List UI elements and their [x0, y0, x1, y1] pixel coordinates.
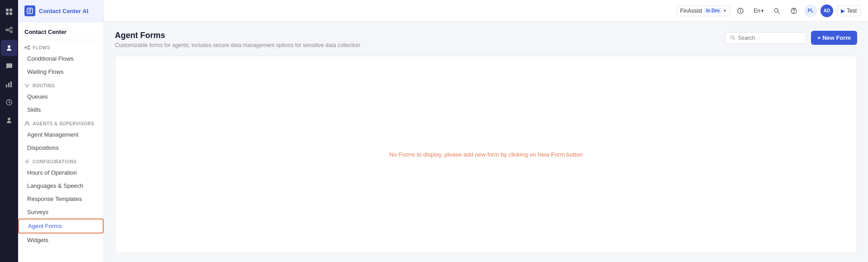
section-label-configurations: CONFIGURATIONS	[18, 154, 104, 166]
nav-icon-messaging[interactable]	[1, 58, 17, 74]
sidebar-item-skills[interactable]: Skills	[18, 103, 104, 116]
search-input[interactable]	[738, 35, 802, 41]
section-label-agents: AGENTS & SUPERVISORS	[18, 116, 104, 128]
top-header: FinAssist In Dev ▾ En ▾ PL	[104, 0, 868, 22]
env-selector[interactable]: FinAssist In Dev ▾	[676, 5, 730, 16]
svg-point-17	[25, 47, 26, 48]
sidebar-item-agent-management[interactable]: Agent Management	[18, 128, 104, 141]
env-name: FinAssist	[680, 8, 702, 14]
new-form-button[interactable]: + New Form	[811, 31, 857, 45]
svg-line-20	[26, 47, 28, 48]
sidebar-item-dispositions[interactable]: Dispositions	[18, 141, 104, 154]
svg-point-24	[27, 161, 28, 162]
env-chevron-icon: ▾	[724, 8, 726, 13]
lang-selector[interactable]: En ▾	[751, 6, 766, 16]
svg-point-31	[793, 12, 794, 13]
page-header: Agent Forms Customizable forms for agent…	[115, 31, 857, 48]
svg-point-5	[10, 27, 12, 29]
sidebar-item-languages-speech[interactable]: Languages & Speech	[18, 179, 104, 192]
app-title-label: Contact Center AI	[39, 8, 88, 14]
svg-rect-0	[6, 9, 9, 11]
svg-line-21	[26, 48, 28, 49]
sidebar-item-queues[interactable]: Queues	[18, 90, 104, 103]
svg-rect-9	[6, 85, 7, 87]
svg-rect-3	[9, 12, 12, 15]
svg-line-29	[778, 12, 779, 14]
forms-container: No Forms to display, please add new form…	[115, 56, 857, 253]
svg-line-8	[8, 30, 10, 32]
section-label-routing: ROUTING	[18, 78, 104, 90]
empty-state-message: No Forms to display, please add new form…	[389, 151, 583, 158]
nav-icon-analytics[interactable]	[1, 76, 17, 92]
sidebar-app-header[interactable]: Contact Center AI	[18, 0, 104, 22]
avatar-pl[interactable]: PL	[804, 5, 817, 17]
svg-rect-10	[8, 83, 9, 87]
sidebar-item-widgets[interactable]: Widgets	[18, 233, 104, 247]
lang-label: En	[754, 8, 760, 14]
nav-icon-contacts[interactable]	[1, 40, 17, 56]
nav-icon-user-settings[interactable]	[1, 112, 17, 129]
svg-rect-11	[10, 81, 12, 87]
svg-point-27	[740, 9, 741, 10]
sidebar-section-contact-center: Contact Center	[18, 22, 104, 40]
svg-point-19	[28, 48, 30, 50]
sidebar-item-hours-of-operation[interactable]: Hours of Operation	[18, 166, 104, 179]
svg-line-33	[734, 38, 735, 40]
svg-point-32	[730, 36, 734, 39]
svg-rect-1	[9, 9, 12, 11]
search-icon	[730, 35, 735, 41]
search-icon-btn[interactable]	[770, 4, 783, 18]
header-actions: + New Form	[725, 31, 857, 45]
nav-icon-flows[interactable]	[1, 22, 17, 38]
svg-point-18	[28, 46, 30, 47]
section-label-flows: FLOWS	[18, 40, 104, 52]
svg-rect-2	[6, 12, 9, 15]
svg-line-7	[8, 29, 10, 30]
sidebar-item-waiting-flows[interactable]: Waiting Flows	[18, 65, 104, 78]
sidebar: Contact Center AI Contact Center FLOWS C…	[18, 0, 104, 262]
main-area: FinAssist In Dev ▾ En ▾ PL	[104, 0, 868, 262]
nav-icon-grid[interactable]	[1, 4, 17, 20]
play-icon: ▶	[841, 8, 845, 14]
avatar-ad[interactable]: AD	[821, 5, 833, 17]
sidebar-item-surveys[interactable]: Surveys	[18, 205, 104, 219]
svg-point-4	[6, 29, 8, 31]
sidebar-item-agent-forms[interactable]: Agent Forms	[18, 219, 104, 233]
nav-icon-clock[interactable]	[1, 94, 17, 110]
sidebar-item-conditional-flows[interactable]: Conditional Flows	[18, 52, 104, 65]
search-box[interactable]	[725, 32, 806, 44]
help-icon-btn[interactable]	[787, 4, 801, 18]
test-button[interactable]: ▶ Test	[837, 5, 861, 16]
content-area: Agent Forms Customizable forms for agent…	[104, 22, 868, 262]
env-badge: In Dev	[704, 8, 722, 14]
lang-chevron-icon: ▾	[761, 8, 764, 13]
app-icon	[24, 5, 35, 16]
icon-navigation	[0, 0, 18, 262]
page-subtitle: Customizable forms for agents; includes …	[115, 42, 360, 48]
page-title-group: Agent Forms Customizable forms for agent…	[115, 31, 360, 48]
sidebar-item-response-templates[interactable]: Response Templates	[18, 192, 104, 205]
page-title: Agent Forms	[115, 31, 360, 40]
info-icon-btn[interactable]	[734, 4, 747, 18]
svg-point-6	[10, 31, 12, 33]
svg-point-28	[774, 9, 778, 12]
